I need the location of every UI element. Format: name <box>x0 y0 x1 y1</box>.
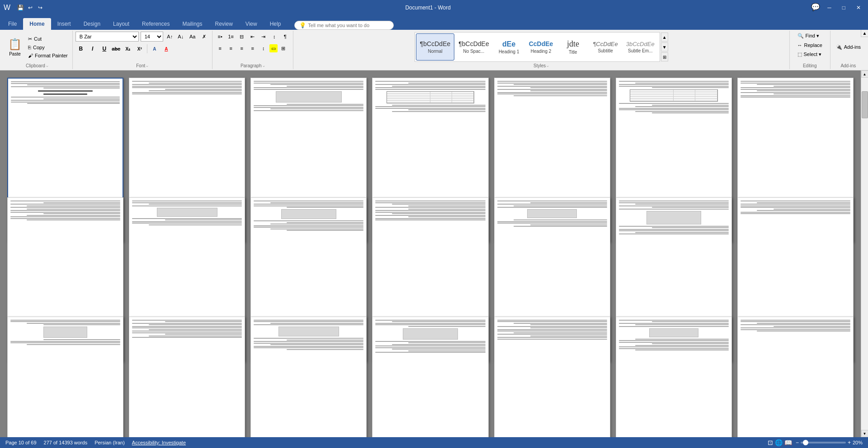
save-qat-button[interactable]: 💾 <box>16 3 25 12</box>
shading-button[interactable]: ▭ <box>269 44 278 52</box>
zoom-thumb[interactable] <box>803 440 808 445</box>
page-thumb[interactable] <box>129 317 245 437</box>
scrollbar-down-button[interactable]: ▼ <box>861 430 868 437</box>
styles-scroll-down[interactable]: ▼ <box>661 42 668 51</box>
page-thumb[interactable] <box>737 317 854 437</box>
minimize-button[interactable]: ─ <box>824 3 835 13</box>
paste-button[interactable]: 📋 Paste <box>5 36 25 58</box>
page-thumb[interactable] <box>7 317 123 437</box>
web-layout-button[interactable]: 🌐 <box>775 439 783 446</box>
style-heading1[interactable]: dEe Heading 1 <box>493 33 525 61</box>
print-layout-button[interactable]: ⊡ <box>768 439 773 446</box>
copy-button[interactable]: ⎘ Copy <box>26 44 70 51</box>
scrollbar-thumb[interactable] <box>862 91 868 118</box>
para-align-row: ≡ ≡ ≡ ≡ ↕ ▭ ⊞ <box>215 43 288 53</box>
tab-references[interactable]: References <box>136 18 176 30</box>
superscript-button[interactable]: X² <box>134 43 145 54</box>
subscript-button[interactable]: X₂ <box>123 43 133 54</box>
style-no-spacing[interactable]: ¶bCcDdEe No Spac... <box>454 33 493 61</box>
redo-qat-button[interactable]: ↪ <box>36 3 45 12</box>
zoom-slider[interactable] <box>801 442 846 443</box>
numbering-button[interactable]: 1≡ <box>226 32 236 42</box>
restore-button[interactable]: □ <box>839 3 849 13</box>
replace-button[interactable]: ↔ Replace <box>795 41 825 49</box>
font-size-select[interactable]: 14 <box>141 32 163 42</box>
find-button[interactable]: 🔍 Find ▾ <box>795 32 822 40</box>
clipboard-group: 📋 Paste ✂ Cut ⎘ Copy 🖌 Format Painter C <box>2 31 73 69</box>
notification-icon[interactable]: 💬 <box>811 3 820 13</box>
italic-button[interactable]: I <box>87 43 98 54</box>
increase-indent-button[interactable]: ⇥ <box>259 32 269 42</box>
page-thumb[interactable] <box>616 317 732 437</box>
strikethrough-button[interactable]: abc <box>111 43 122 54</box>
justify-button[interactable]: ≡ <box>248 43 258 53</box>
align-right-button[interactable]: ≡ <box>237 43 247 53</box>
editing-group: 🔍 Find ▾ ↔ Replace ⬚ Select ▾ Editing <box>790 31 830 69</box>
ribbon-collapse-button[interactable]: ▲ <box>861 30 868 37</box>
sort-button[interactable]: ↕ <box>269 32 279 42</box>
styles-label: Styles ⌵ <box>296 63 787 68</box>
align-center-button[interactable]: ≡ <box>226 43 236 53</box>
font-color-button[interactable]: A <box>161 43 172 54</box>
styles-expand-icon[interactable]: ⌵ <box>547 64 549 68</box>
tab-review[interactable]: Review <box>208 18 239 30</box>
page-thumb[interactable] <box>250 317 367 437</box>
style-heading2[interactable]: CcDdEe Heading 2 <box>525 33 557 61</box>
text-highlight-button[interactable]: A <box>149 43 160 54</box>
tab-file[interactable]: File <box>2 18 23 30</box>
paragraph-group-content: ≡• 1≡ ⊟ ⇤ ⇥ ↕ ¶ ≡ ≡ ≡ ≡ ↕ ▭ ⊞ <box>215 32 290 62</box>
align-left-button[interactable]: ≡ <box>215 43 225 53</box>
bullets-button[interactable]: ≡• <box>215 32 225 42</box>
font-expand-icon[interactable]: ⌵ <box>146 64 148 68</box>
tab-design[interactable]: Design <box>77 18 107 30</box>
borders-button[interactable]: ⊞ <box>278 43 288 53</box>
increase-font-size-button[interactable]: A↑ <box>165 32 175 42</box>
accessibility-info[interactable]: Accessibility: Investigate <box>132 440 186 445</box>
clipboard-label: Clipboard ⌵ <box>5 63 70 68</box>
format-painter-button[interactable]: 🖌 Format Painter <box>26 52 70 59</box>
select-icon: ⬚ <box>797 51 802 57</box>
tab-insert[interactable]: Insert <box>51 18 77 30</box>
zoom-out-button[interactable]: − <box>796 439 799 446</box>
tell-me-input[interactable] <box>308 23 389 28</box>
zoom-in-button[interactable]: + <box>848 439 851 446</box>
format-painter-icon: 🖌 <box>28 53 33 58</box>
styles-expand[interactable]: ⊞ <box>661 52 668 61</box>
style-subtle-em[interactable]: 3bCcDdEe Subtle Em... <box>622 33 659 61</box>
para-list-row: ≡• 1≡ ⊟ ⇤ ⇥ ↕ ¶ <box>215 32 290 42</box>
tell-me-bar[interactable]: 💡 <box>294 21 394 30</box>
font-name-select[interactable]: B Zar <box>75 32 139 42</box>
style-normal[interactable]: ¶bCcDdEe Normal <box>416 33 454 61</box>
undo-qat-button[interactable]: ↩ <box>26 3 35 12</box>
decrease-indent-button[interactable]: ⇤ <box>248 32 258 42</box>
style-subtitle[interactable]: ¶CcDdEe Subtitle <box>589 33 622 61</box>
show-marks-button[interactable]: ¶ <box>280 32 290 42</box>
bold-button[interactable]: B <box>75 43 86 54</box>
select-button[interactable]: ⬚ Select ▾ <box>795 50 825 59</box>
clipboard-expand-icon[interactable]: ⌵ <box>46 64 48 68</box>
decrease-font-size-button[interactable]: A↓ <box>176 32 186 42</box>
page-thumb[interactable] <box>494 317 610 437</box>
scrollbar-track[interactable] <box>861 78 868 430</box>
page-thumb[interactable] <box>372 317 488 437</box>
paragraph-expand-icon[interactable]: ⌵ <box>263 64 265 68</box>
underline-button[interactable]: U <box>99 43 110 54</box>
change-case-button[interactable]: Aa <box>188 32 198 42</box>
line-spacing-button[interactable]: ↕ <box>259 43 269 53</box>
status-right: ⊡ 🌐 📖 − + 20% <box>768 439 863 446</box>
addins-button[interactable]: 🔌 Add-ins <box>833 43 863 51</box>
close-button[interactable]: ✕ <box>853 3 864 13</box>
tab-view[interactable]: View <box>239 18 264 30</box>
scrollbar-up-button[interactable]: ▲ <box>861 70 868 78</box>
multilevel-list-button[interactable]: ⊟ <box>237 32 247 42</box>
tab-home[interactable]: Home <box>23 18 51 30</box>
tab-help[interactable]: Help <box>264 18 288 30</box>
style-title[interactable]: jdte Title <box>557 33 589 61</box>
read-mode-button[interactable]: 📖 <box>784 439 792 446</box>
cut-button[interactable]: ✂ Cut <box>26 35 70 43</box>
tab-layout[interactable]: Layout <box>107 18 136 30</box>
tab-mailings[interactable]: Mailings <box>176 18 208 30</box>
style-subtle-em-preview: 3bCcDdEe <box>626 41 655 48</box>
styles-scroll-up[interactable]: ▲ <box>661 33 668 42</box>
clear-formatting-button[interactable]: ✗ <box>199 32 209 42</box>
